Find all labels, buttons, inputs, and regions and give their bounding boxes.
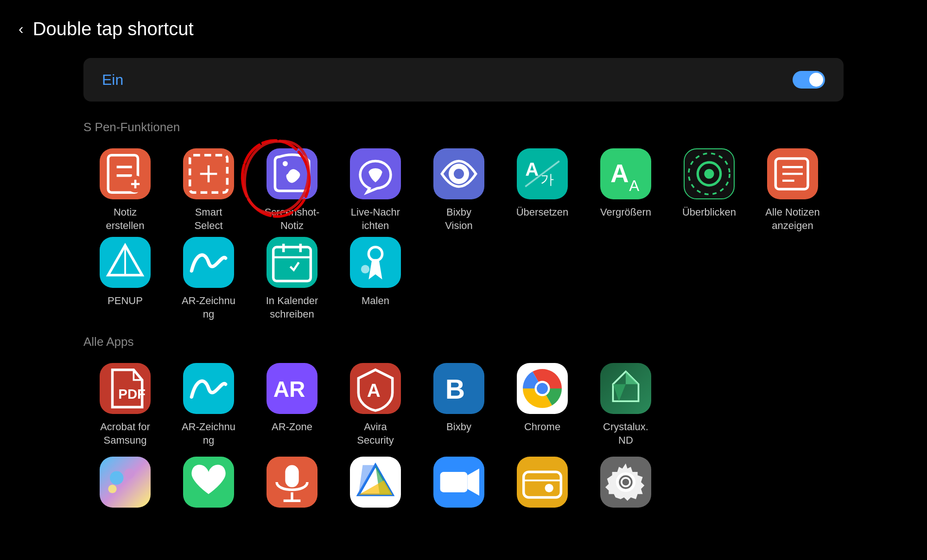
toggle-knob bbox=[809, 73, 823, 87]
app-drive[interactable] bbox=[334, 457, 417, 514]
bixby-vision-label: BixbyVision bbox=[445, 206, 473, 232]
svg-point-9 bbox=[283, 161, 288, 166]
app-chrome[interactable]: Chrome bbox=[501, 363, 584, 447]
uebersetzen-label: Übersetzen bbox=[516, 206, 569, 219]
svg-point-57 bbox=[545, 484, 553, 492]
acrobat-icon: PDF bbox=[100, 363, 151, 414]
settings-icon bbox=[600, 457, 651, 508]
app-ar-zeichnung2[interactable]: AR-Zeichnung bbox=[167, 363, 250, 447]
svg-text:B: B bbox=[445, 374, 465, 404]
app-ar-zeichnung[interactable]: AR-Zeichnung bbox=[167, 237, 250, 321]
app-penup[interactable]: PENUP bbox=[83, 237, 167, 321]
avira-label: AviraSecurity bbox=[357, 420, 394, 447]
app-gems[interactable] bbox=[83, 457, 167, 514]
avira-icon: A bbox=[350, 363, 401, 414]
spen-app-grid: Notizerstellen SmartSelect Screenshot-No… bbox=[83, 148, 844, 321]
app-screenshot-notiz[interactable]: Screenshot-Notiz bbox=[250, 148, 334, 232]
svg-point-44 bbox=[124, 468, 134, 478]
svg-text:A: A bbox=[367, 380, 381, 401]
svg-text:AR: AR bbox=[273, 377, 305, 402]
app-crystalux[interactable]: Crystalux.ND bbox=[584, 363, 667, 447]
spen-section-title: S Pen-Funktionen bbox=[83, 120, 844, 134]
ueberblicken-label: Überblicken bbox=[682, 206, 736, 219]
app-vergroessern[interactable]: AA Vergrößern bbox=[584, 148, 667, 232]
app-voice[interactable] bbox=[250, 457, 334, 514]
in-kalender-label: In Kalenderschreiben bbox=[266, 294, 318, 321]
uebersetzen-icon: A가 bbox=[517, 148, 568, 199]
svg-text:PDF: PDF bbox=[118, 386, 146, 401]
penup-label: PENUP bbox=[108, 294, 143, 308]
app-bixby-vision[interactable]: BixbyVision bbox=[417, 148, 501, 232]
svg-marker-42 bbox=[613, 384, 626, 401]
health-icon bbox=[183, 457, 234, 508]
svg-text:A: A bbox=[525, 159, 539, 180]
svg-rect-55 bbox=[524, 472, 561, 497]
ar-zeichnung2-icon bbox=[183, 363, 234, 414]
alle-apps-grid: PDF Acrobat forSamsung AR-Zeichnung AR A… bbox=[83, 363, 844, 447]
toggle-label: Ein bbox=[102, 71, 123, 89]
bixby-label: Bixby bbox=[446, 420, 471, 434]
ar-zeichnung-label: AR-Zeichnung bbox=[182, 294, 235, 321]
penup-icon bbox=[100, 237, 151, 288]
svg-rect-46 bbox=[285, 465, 298, 487]
app-malen[interactable]: Malen bbox=[334, 237, 417, 321]
header: ‹ Double tap shortcut bbox=[0, 0, 927, 49]
app-alle-notizen[interactable]: Alle Notizenanzeigen bbox=[751, 148, 834, 232]
svg-point-45 bbox=[108, 484, 116, 493]
in-kalender-icon bbox=[267, 237, 317, 288]
voice-icon bbox=[267, 457, 317, 508]
svg-rect-27 bbox=[273, 247, 311, 281]
samsung-wallet-icon bbox=[517, 457, 568, 508]
live-nachrichten-icon bbox=[350, 148, 401, 199]
live-nachrichten-label: Live-Nachrichten bbox=[351, 206, 400, 232]
bottom-row-section bbox=[83, 457, 844, 514]
app-avira[interactable]: A AviraSecurity bbox=[334, 363, 417, 447]
gems-icon bbox=[100, 457, 151, 508]
ar-zeichnung2-label: AR-Zeichnung bbox=[182, 420, 235, 447]
app-uebersetzen[interactable]: A가 Übersetzen bbox=[501, 148, 584, 232]
bixby-vision-icon bbox=[433, 148, 484, 199]
ueberblicken-icon bbox=[684, 148, 735, 199]
svg-marker-54 bbox=[467, 468, 479, 496]
bixby-icon: B bbox=[433, 363, 484, 414]
alle-notizen-label: Alle Notizenanzeigen bbox=[765, 206, 819, 232]
vergroessern-icon: AA bbox=[600, 148, 651, 199]
back-button[interactable]: ‹ bbox=[19, 20, 24, 38]
svg-text:A: A bbox=[629, 177, 639, 194]
drive-icon bbox=[350, 457, 401, 508]
app-settings[interactable] bbox=[584, 457, 667, 514]
app-health[interactable] bbox=[167, 457, 250, 514]
notiz-erstellen-icon bbox=[100, 148, 151, 199]
svg-point-12 bbox=[454, 169, 464, 179]
screenshot-notiz-label: Screenshot-Notiz bbox=[265, 206, 320, 232]
app-samsung-wallet[interactable] bbox=[501, 457, 584, 514]
ein-toggle[interactable] bbox=[793, 71, 825, 89]
smart-select-icon bbox=[183, 148, 234, 199]
crystalux-icon bbox=[600, 363, 651, 414]
app-ueberblicken[interactable]: Überblicken bbox=[667, 148, 751, 232]
svg-point-43 bbox=[110, 471, 123, 484]
svg-rect-53 bbox=[440, 472, 468, 492]
ar-zone-icon: AR bbox=[267, 363, 317, 414]
ar-zeichnung-icon bbox=[183, 237, 234, 288]
acrobat-label: Acrobat forSamsung bbox=[100, 420, 150, 447]
app-live-nachrichten[interactable]: Live-Nachrichten bbox=[334, 148, 417, 232]
ar-zone-label: AR-Zone bbox=[272, 420, 312, 434]
app-in-kalender[interactable]: In Kalenderschreiben bbox=[250, 237, 334, 321]
app-notiz-erstellen[interactable]: Notizerstellen bbox=[83, 148, 167, 232]
app-smart-select[interactable]: SmartSelect bbox=[167, 148, 250, 232]
crystalux-label: Crystalux.ND bbox=[603, 420, 648, 447]
vergroessern-label: Vergrößern bbox=[600, 206, 651, 219]
app-ar-zone[interactable]: AR AR-Zone bbox=[250, 363, 334, 447]
app-bixby[interactable]: B Bixby bbox=[417, 363, 501, 447]
alle-apps-section-title: Alle Apps bbox=[83, 335, 844, 349]
chrome-label: Chrome bbox=[524, 420, 560, 434]
app-zoom[interactable] bbox=[417, 457, 501, 514]
svg-text:A: A bbox=[610, 159, 629, 188]
svg-point-39 bbox=[537, 383, 548, 394]
malen-label: Malen bbox=[362, 294, 389, 308]
app-acrobat[interactable]: PDF Acrobat forSamsung bbox=[83, 363, 167, 447]
toggle-row: Ein bbox=[83, 58, 844, 102]
zoom-icon bbox=[433, 457, 484, 508]
smart-select-label: SmartSelect bbox=[194, 206, 222, 232]
